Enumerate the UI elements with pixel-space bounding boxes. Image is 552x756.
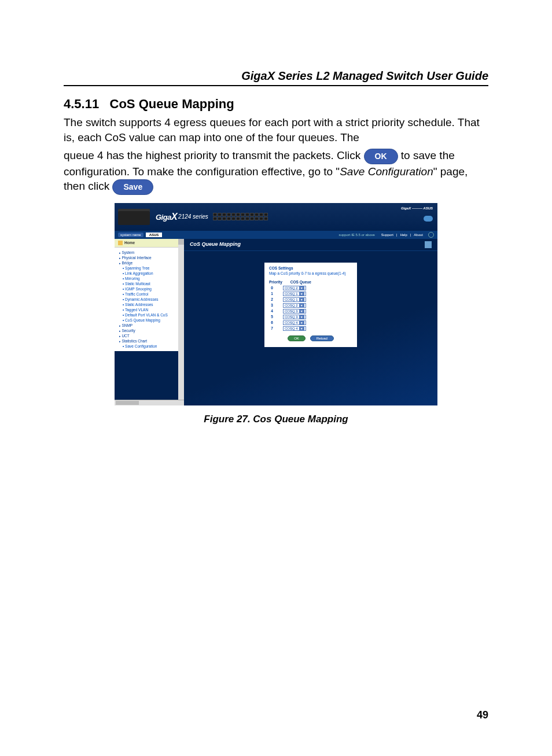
queue-select[interactable]: COSQ 3 ▼ [283, 315, 306, 319]
priority-cell: 5 [269, 315, 275, 319]
table-row: 5COSQ 3 ▼ [269, 315, 352, 319]
priority-cell: 2 [269, 297, 275, 301]
logo: GigaX [156, 212, 177, 222]
nav-item[interactable]: IGMP Snooping [119, 286, 183, 292]
logo-text-x: X [171, 212, 177, 222]
sidebar: Home + SystemPhysical InterfaceBridgeSpa… [115, 239, 184, 351]
chevron-down-icon: ▼ [299, 298, 304, 301]
table-row: 1COSQ 1 ▼ [269, 292, 352, 296]
chevron-down-icon: ▼ [299, 321, 304, 324]
para1: The switch supports 4 egress queues for … [64, 115, 488, 145]
sysname-value: ASUS [146, 233, 163, 237]
priority-cell: 3 [269, 303, 275, 307]
power-off-icon[interactable] [428, 232, 434, 238]
section-number: 4.5.11 [64, 97, 99, 111]
panel-heading: COS Settings [269, 266, 352, 270]
nav-item[interactable]: Traffic Control [119, 292, 183, 297]
sidebar-scroll-v[interactable] [178, 239, 184, 405]
support-text: support IE 5.5 or above [338, 233, 374, 237]
nav-item[interactable]: SNMP [119, 323, 183, 328]
priority-cell: 7 [269, 326, 275, 330]
table-head: Priority COS Queue [269, 280, 352, 284]
toplink-about[interactable]: About [412, 233, 425, 237]
port-panel [213, 213, 268, 220]
queue-select[interactable]: COSQ 2 ▼ [283, 303, 306, 308]
priority-cell: 1 [269, 292, 275, 296]
device-image [118, 209, 150, 225]
queue-select[interactable]: COSQ 4 ▼ [283, 320, 306, 325]
nav-item[interactable]: Dynamic Addresses [119, 297, 183, 302]
home-row[interactable]: Home [115, 239, 183, 248]
panel-reload-button[interactable]: Reload [310, 335, 334, 341]
expand-icon[interactable]: + [116, 248, 122, 254]
nav-item[interactable]: Security [119, 328, 183, 333]
nav-item[interactable]: UCT [119, 333, 183, 338]
home-label: Home [124, 241, 135, 245]
queue-select[interactable]: COSQ 1 ▼ [283, 297, 306, 302]
nav-item[interactable]: Mirroring [119, 276, 183, 281]
priority-cell: 6 [269, 320, 275, 324]
section-title: CoS Queue Mapping [110, 97, 234, 111]
power-icon [424, 216, 433, 222]
chevron-down-icon: ▼ [299, 309, 304, 313]
brand-tag: GigaX ——— ASUS [401, 206, 433, 210]
nav-item[interactable]: Bridge [119, 260, 183, 265]
para2: queue 4 has the highest priority to tran… [64, 148, 488, 194]
table-row: 2COSQ 1 ▼ [269, 297, 352, 302]
cos-panel: COS Settings Map a CoS priority 0-7 to a… [264, 263, 357, 347]
chevron-down-icon: ▼ [299, 315, 304, 319]
sysname-label: system name [118, 233, 143, 237]
sidebar-scroll-h[interactable] [115, 400, 184, 405]
table-row: 7COSQ 4 ▼ [269, 326, 352, 331]
nav-item[interactable]: Spanning Tree [119, 265, 183, 271]
shot-topbar: GigaX 2124 series GigaX ——— ASUS [115, 203, 437, 231]
page-title-bar: CoS Queue Mapping [184, 239, 437, 251]
priority-cell: 0 [269, 286, 275, 290]
nav-item[interactable]: Static Multicast [119, 281, 183, 286]
para2a: queue 4 has the highest priority to tran… [64, 149, 364, 161]
section-heading: 4.5.11 CoS Queue Mapping [64, 97, 488, 112]
nav-item[interactable]: Link Aggregation [119, 271, 183, 276]
nav-item[interactable]: Tagged VLAN [119, 307, 183, 312]
table-row: 0COSQ 2 ▼ [269, 286, 352, 290]
toplink-support[interactable]: Support [380, 233, 395, 237]
chevron-down-icon: ▼ [299, 292, 304, 296]
nav-list: SystemPhysical InterfaceBridgeSpanning T… [115, 248, 183, 351]
logo-text-a: Giga [156, 213, 171, 222]
col-priority: Priority [269, 280, 282, 284]
nav-item[interactable]: Default Port VLAN & CoS [119, 312, 183, 318]
nav-item[interactable]: Physical Interface [119, 255, 183, 260]
chevron-down-icon: ▼ [299, 304, 304, 307]
nav-item[interactable]: Static Addresses [119, 302, 183, 307]
queue-select[interactable]: COSQ 4 ▼ [283, 326, 306, 331]
queue-select[interactable]: COSQ 1 ▼ [283, 292, 306, 296]
main-area: CoS Queue Mapping COS Settings Map a CoS… [184, 239, 437, 405]
chevron-down-icon: ▼ [299, 286, 304, 290]
body-text: The switch supports 4 egress queues for … [64, 115, 488, 195]
home-icon [118, 241, 123, 245]
table-row: 6COSQ 4 ▼ [269, 320, 352, 325]
para2c: Save Configuration [340, 165, 433, 178]
page-title: CoS Queue Mapping [190, 241, 241, 248]
toplink-help[interactable]: Help [398, 233, 409, 237]
nav-item[interactable]: System [119, 250, 183, 255]
series-label: 2124 series [178, 213, 208, 220]
figure-caption: Figure 27. Cos Queue Mapping [204, 414, 348, 425]
table-row: 4COSQ 3 ▼ [269, 309, 352, 314]
nav-item[interactable]: CoS Queue Mapping [119, 318, 183, 323]
chevron-down-icon: ▼ [299, 327, 304, 330]
panel-ok-button[interactable]: OK [288, 335, 306, 341]
page-number: 49 [477, 709, 488, 721]
table-row: 3COSQ 2 ▼ [269, 303, 352, 308]
col-queue: COS Queue [290, 280, 311, 284]
save-button-inline: Save [112, 179, 153, 195]
nav-item[interactable]: Save Configuration [119, 344, 183, 349]
doc-header: GigaX Series L2 Managed Switch User Guid… [64, 69, 488, 86]
screenshot: GigaX 2124 series GigaX ——— ASUS [115, 203, 437, 405]
nav-item[interactable]: Statistics Chart [119, 338, 183, 344]
figure: GigaX 2124 series GigaX ——— ASUS [64, 203, 488, 425]
queue-select[interactable]: COSQ 2 ▼ [283, 286, 306, 290]
queue-select[interactable]: COSQ 3 ▼ [283, 309, 306, 314]
panel-sub: Map a CoS priority 0-7 to a egress queue… [269, 271, 352, 275]
sysbar: system name ASUS support IE 5.5 or above… [115, 231, 437, 239]
